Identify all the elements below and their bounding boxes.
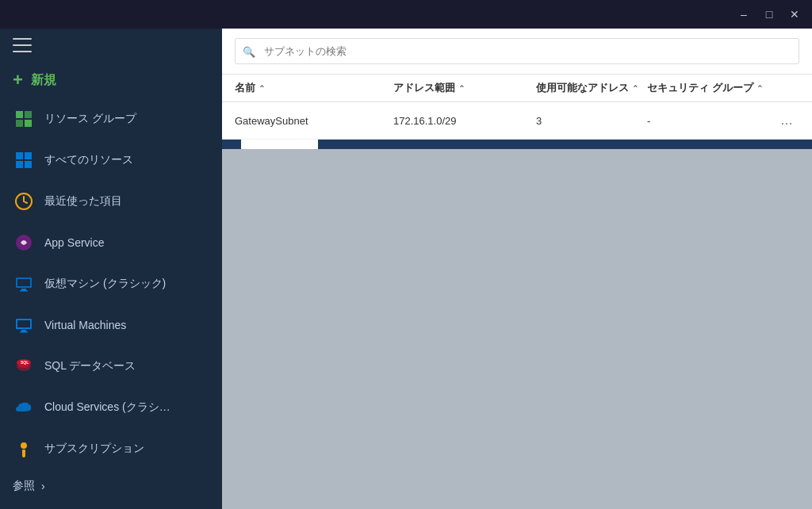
minimize-button[interactable]: – bbox=[733, 6, 755, 23]
sidebar-label-all-resources: すべてのリソース bbox=[44, 153, 133, 167]
sidebar-label-vm: Virtual Machines bbox=[44, 319, 126, 331]
sidebar-label-app-service: App Service bbox=[44, 236, 104, 249]
sidebar-item-vm[interactable]: Virtual Machines bbox=[0, 304, 222, 346]
col-header-available[interactable]: 使用可能なアドレス ⌃ bbox=[536, 81, 647, 95]
table-header: 名前 ⌃ アドレス範囲 ⌃ 使用可能なアドレス ⌃ セキュリティ グループ ⌃ bbox=[222, 75, 812, 102]
cell-address: 172.16.1.0/29 bbox=[393, 115, 536, 127]
all-resources-icon bbox=[13, 149, 35, 171]
sidebar-item-resource-group[interactable]: リソース グループ bbox=[0, 98, 222, 140]
sidebar-label-recent: 最近使った項目 bbox=[44, 194, 122, 209]
sidebar-label-subscription: サブスクリプション bbox=[44, 442, 144, 456]
row-more-button[interactable]: … bbox=[776, 112, 799, 129]
svg-rect-11 bbox=[17, 279, 30, 286]
sidebar-item-subscription[interactable]: サブスクリプション bbox=[0, 428, 222, 469]
content-area: サブネット Virtual-Network01 + サブネット + Gatewa… bbox=[222, 29, 812, 509]
svg-rect-12 bbox=[21, 289, 26, 290]
subscription-icon bbox=[13, 438, 35, 460]
vm-icon bbox=[13, 314, 35, 336]
hamburger-menu-icon[interactable] bbox=[13, 38, 32, 52]
search-bar bbox=[222, 29, 812, 75]
new-button[interactable]: + 新規 bbox=[0, 62, 222, 98]
svg-rect-7 bbox=[25, 161, 32, 168]
sort-addr-icon: ⌃ bbox=[458, 84, 465, 93]
sort-sec-icon: ⌃ bbox=[756, 84, 763, 93]
maximize-button[interactable]: □ bbox=[758, 6, 780, 23]
window-controls: – □ ✕ bbox=[733, 6, 806, 23]
table-row[interactable]: GatewaySubnet 172.16.1.0/29 3 - … bbox=[222, 102, 812, 140]
cell-available: 3 bbox=[536, 115, 647, 127]
svg-point-20 bbox=[21, 442, 27, 449]
sort-avail-icon: ⌃ bbox=[632, 84, 638, 93]
sidebar-label-cloud: Cloud Services (クラシ… bbox=[44, 400, 170, 415]
svg-rect-5 bbox=[25, 152, 32, 159]
svg-text:SQL: SQL bbox=[21, 360, 29, 365]
search-wrapper bbox=[235, 38, 799, 64]
svg-rect-1 bbox=[25, 111, 32, 118]
browse-label: 参照 bbox=[13, 479, 35, 493]
app-service-icon bbox=[13, 232, 35, 254]
sidebar-label-vm-classic: 仮想マシン (クラシック) bbox=[44, 277, 166, 291]
browse-link[interactable]: 参照 › bbox=[0, 469, 222, 503]
close-button[interactable]: ✕ bbox=[783, 6, 806, 23]
chevron-right-icon: › bbox=[41, 480, 45, 492]
plus-icon: + bbox=[13, 71, 23, 89]
sql-icon: SQL bbox=[13, 355, 35, 377]
col-header-security[interactable]: セキュリティ グループ ⌃ bbox=[647, 81, 799, 95]
cell-security: - bbox=[647, 115, 776, 127]
svg-rect-17 bbox=[20, 331, 28, 333]
svg-rect-3 bbox=[25, 120, 32, 127]
subnet-panel: 名前 ⌃ アドレス範囲 ⌃ 使用可能なアドレス ⌃ セキュリティ グループ ⌃ bbox=[222, 29, 812, 140]
svg-point-22 bbox=[22, 454, 25, 457]
recent-icon bbox=[13, 190, 35, 212]
title-bar: – □ ✕ bbox=[0, 0, 812, 29]
svg-rect-13 bbox=[20, 290, 28, 292]
sidebar-item-cloud[interactable]: Cloud Services (クラシ… bbox=[0, 387, 222, 428]
sidebar-label-resource-group: リソース グループ bbox=[44, 112, 136, 126]
sidebar-item-vm-classic[interactable]: 仮想マシン (クラシック) bbox=[0, 263, 222, 304]
sidebar-item-sql[interactable]: SQL SQL データベース bbox=[0, 346, 222, 387]
svg-rect-0 bbox=[16, 111, 23, 118]
svg-rect-2 bbox=[16, 120, 23, 127]
sidebar-label-sql: SQL データベース bbox=[44, 359, 136, 373]
svg-rect-15 bbox=[17, 320, 30, 327]
sidebar-item-recent[interactable]: 最近使った項目 bbox=[0, 181, 222, 222]
svg-rect-6 bbox=[16, 161, 23, 168]
new-label: 新規 bbox=[31, 72, 56, 89]
col-header-address[interactable]: アドレス範囲 ⌃ bbox=[393, 81, 536, 95]
vm-classic-icon bbox=[13, 273, 35, 295]
search-input[interactable] bbox=[235, 38, 799, 64]
sort-name-icon: ⌃ bbox=[259, 84, 265, 93]
sidebar-header bbox=[0, 29, 222, 62]
sidebar-item-all-resources[interactable]: すべてのリソース bbox=[0, 140, 222, 181]
resource-group-icon bbox=[13, 108, 35, 130]
sidebar: + 新規 リソース グループ bbox=[0, 29, 222, 509]
svg-rect-4 bbox=[16, 152, 23, 159]
svg-rect-16 bbox=[21, 330, 26, 331]
col-header-name[interactable]: 名前 ⌃ bbox=[235, 81, 393, 95]
sidebar-item-app-service[interactable]: App Service bbox=[0, 222, 222, 263]
cloud-icon bbox=[13, 396, 35, 419]
main-layout: + 新規 リソース グループ bbox=[0, 29, 812, 509]
cell-name: GatewaySubnet bbox=[235, 115, 393, 127]
